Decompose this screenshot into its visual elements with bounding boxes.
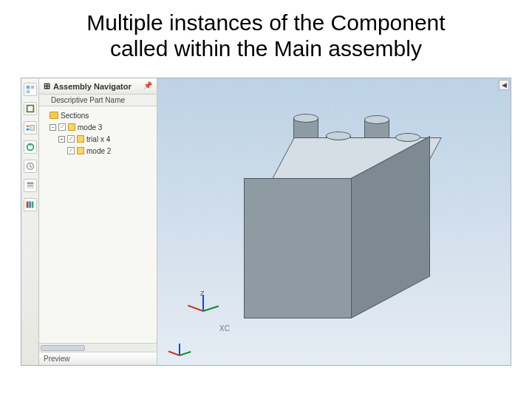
z-label: Z — [200, 290, 205, 297]
tree-row-child[interactable]: ✓ mode 2 — [42, 145, 154, 157]
slide: Multiple instances of the Component call… — [0, 0, 532, 399]
tree-row-child[interactable]: + ✓ trial x 4 — [42, 133, 154, 145]
slide-title: Multiple instances of the Component call… — [0, 0, 532, 66]
scrollbar-thumb[interactable] — [41, 345, 85, 351]
3d-viewport[interactable]: ◀ Z XC — [157, 78, 511, 365]
svg-rect-11 — [27, 188, 33, 189]
svg-rect-14 — [31, 202, 33, 208]
expand-icon[interactable]: + — [58, 136, 65, 143]
svg-rect-0 — [26, 86, 29, 89]
model-assembly[interactable] — [268, 137, 446, 315]
svg-rect-6 — [30, 126, 34, 131]
horizontal-scrollbar[interactable] — [39, 343, 157, 352]
pin-icon[interactable]: 📌 — [143, 81, 152, 89]
tree-row-root[interactable]: − ✓ mode 3 — [42, 121, 154, 133]
z-axis — [202, 295, 204, 311]
collapse-viewport-button[interactable]: ◀ — [499, 80, 509, 90]
resource-bar — [21, 78, 39, 365]
assembly-navigator-panel: ⊞ Assembly Navigator 📌 Descriptive Part … — [39, 78, 157, 365]
roles-icon[interactable] — [24, 198, 37, 211]
part-icon — [77, 147, 84, 154]
collapse-icon[interactable]: − — [50, 124, 56, 131]
part-icon — [77, 135, 84, 143]
x-axis — [188, 305, 203, 312]
layers-icon[interactable] — [24, 179, 37, 192]
title-line-1: Multiple instances of the Component — [86, 10, 445, 35]
y-axis — [180, 351, 191, 356]
navigator-header: ⊞ Assembly Navigator 📌 — [39, 78, 157, 95]
part-navigator-icon[interactable] — [24, 121, 37, 134]
assembly-icon — [68, 123, 75, 131]
y-axis — [203, 305, 219, 312]
tree-label: trial x 4 — [86, 135, 110, 143]
checkbox[interactable]: ✓ — [67, 147, 75, 154]
navigator-title: Assembly Navigator — [53, 82, 132, 91]
svg-rect-10 — [27, 185, 33, 187]
checkbox[interactable]: ✓ — [67, 135, 75, 143]
svg-rect-4 — [26, 126, 29, 128]
svg-rect-9 — [27, 183, 33, 185]
block-front-face[interactable] — [244, 178, 352, 318]
preview-header[interactable]: Preview — [39, 352, 157, 365]
svg-rect-3 — [27, 106, 33, 112]
assembly-tree: Sections − ✓ mode 3 + ✓ trial x 4 ✓ — [39, 106, 157, 343]
svg-rect-12 — [26, 202, 28, 208]
xc-label: XC — [219, 324, 230, 332]
tree-row-sections[interactable]: Sections — [42, 109, 154, 121]
folder-icon — [50, 112, 58, 119]
svg-rect-13 — [29, 202, 31, 208]
tree-label: Sections — [61, 112, 89, 120]
reuse-library-icon[interactable] — [24, 140, 37, 154]
svg-rect-5 — [26, 129, 29, 131]
title-line-2: called within the Main assembly — [110, 36, 422, 61]
wcs-triad[interactable]: Z — [184, 291, 222, 330]
assembly-navigator-icon[interactable] — [24, 83, 37, 96]
checkbox[interactable]: ✓ — [58, 123, 66, 131]
constraint-navigator-icon[interactable] — [24, 102, 37, 115]
history-icon[interactable] — [24, 160, 37, 173]
cad-application-window: ⊞ Assembly Navigator 📌 Descriptive Part … — [21, 78, 511, 366]
column-header[interactable]: Descriptive Part Name — [39, 95, 157, 106]
svg-rect-2 — [26, 90, 29, 93]
tree-label: mode 3 — [78, 123, 102, 132]
svg-rect-1 — [30, 86, 33, 89]
x-axis — [168, 351, 180, 356]
tree-label: mode 2 — [86, 147, 111, 155]
view-triad[interactable] — [160, 335, 187, 362]
